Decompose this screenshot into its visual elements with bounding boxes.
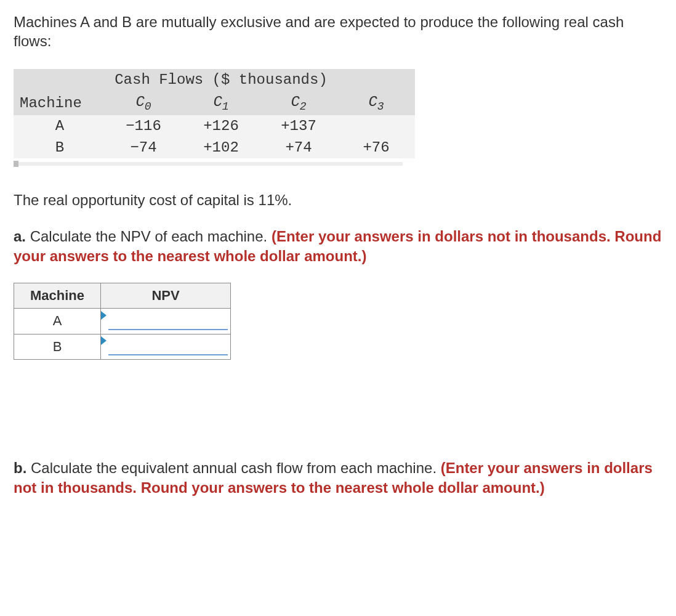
question-a: a. Calculate the NPV of each machine. (E… [14, 227, 662, 265]
cashflow-header-row: Machine C0 C1 C2 C3 [14, 91, 415, 115]
npv-input-a[interactable] [108, 312, 231, 328]
input-marker-icon [101, 311, 107, 320]
npv-row-machine: A [14, 309, 101, 334]
npv-row-machine: B [14, 334, 101, 360]
header-c1: C1 [182, 91, 260, 115]
cell-machine: A [14, 115, 105, 137]
input-underline [108, 329, 228, 330]
cell-c3 [337, 115, 415, 137]
question-b-label: b. [14, 460, 26, 476]
header-machine: Machine [14, 91, 105, 115]
opportunity-cost-text: The real opportunity cost of capital is … [14, 190, 662, 209]
question-b-text: Calculate the equivalent annual cash flo… [31, 460, 441, 476]
table-row: A [14, 309, 231, 334]
npv-header-npv: NPV [101, 283, 231, 309]
table-row: A −116 +126 +137 [14, 115, 415, 137]
cashflow-title: Cash Flows ($ thousands) [105, 69, 337, 91]
cell-c1: +126 [182, 115, 260, 137]
question-a-text: Calculate the NPV of each machine. [30, 228, 272, 245]
header-c2: C2 [260, 91, 337, 115]
cell-c0: −116 [105, 115, 182, 137]
table-row: B [14, 334, 231, 360]
scrollbar-stub[interactable] [14, 162, 403, 166]
question-a-label: a. [14, 228, 26, 245]
cell-c2: +74 [260, 137, 337, 158]
cell-c1: +102 [182, 137, 260, 158]
input-underline [108, 354, 228, 355]
cell-machine: B [14, 137, 105, 158]
cell-c0: −74 [105, 137, 182, 158]
question-b: b. Calculate the equivalent annual cash … [14, 458, 662, 496]
intro-text: Machines A and B are mutually exclusive … [14, 12, 662, 51]
table-row: B −74 +102 +74 +76 [14, 137, 415, 158]
npv-input-b[interactable] [108, 338, 231, 354]
header-c0: C0 [105, 91, 182, 115]
cashflow-table: Cash Flows ($ thousands) Machine C0 C1 C… [14, 69, 415, 158]
cell-c2: +137 [260, 115, 337, 137]
cell-c3: +76 [337, 137, 415, 158]
npv-header-machine: Machine [14, 283, 101, 309]
header-c3: C3 [337, 91, 415, 115]
input-marker-icon [101, 336, 107, 345]
npv-answer-table: Machine NPV A B [14, 283, 231, 360]
